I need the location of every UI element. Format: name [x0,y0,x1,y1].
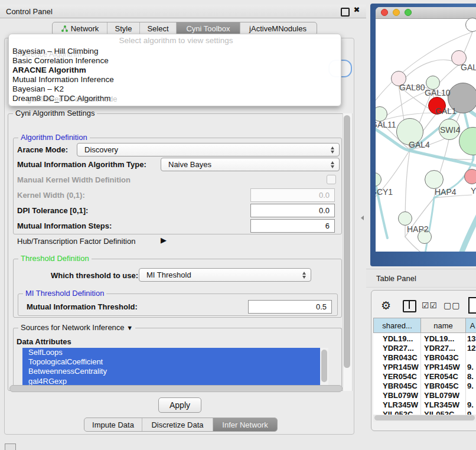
table-cell[interactable]: YBR045C [383,381,418,390]
table-cell[interactable]: YBL079W [383,391,418,400]
dropdown-item-selected[interactable]: ARACNE Algorithm [11,66,337,75]
table-cell[interactable]: YDL19... [383,334,413,343]
float-window-icon[interactable] [341,8,350,17]
tab-impute-data[interactable]: Impute Data [84,418,142,431]
list-item[interactable]: TopologicalCoefficient [22,357,328,367]
table-cell[interactable]: YBR043C [424,353,459,362]
tab-style[interactable]: Style [107,22,140,35]
column-header-name[interactable]: name [420,318,466,333]
table-cell[interactable]: YBR045C [424,381,459,390]
which-threshold-value: MI Threshold [146,270,191,279]
tab-infer-network[interactable]: Infer Network [213,418,277,431]
close-icon[interactable]: ✖ [352,5,361,15]
column-header-partial[interactable]: A [465,318,476,333]
chevron-down-icon[interactable]: ▼ [126,324,133,331]
list-item[interactable]: BetweennessCentrality [22,367,328,376]
dropdown-item[interactable]: Mutual Information Inference [11,75,337,84]
table-cell[interactable]: 9 [467,410,471,415]
aracne-mode-combo[interactable]: Discovery [77,143,340,156]
node-label: GAL1 [435,106,457,116]
table-cell[interactable]: YBR043C [383,353,418,362]
table-cell[interactable]: YDR27... [383,344,414,353]
table-cell[interactable]: 9. [467,381,474,390]
tab-network[interactable]: Network [53,22,107,35]
tab-jactivemnodules[interactable]: jActiveMNodules [240,22,315,35]
table-cell[interactable]: 9. [467,400,474,409]
dropdown-item[interactable]: Bayesian – K2 [11,84,337,94]
table-cell[interactable]: YER054C [424,372,458,381]
apply-button-label: Apply [169,400,190,410]
node-label: GAL11 [376,120,396,129]
table-cell[interactable]: 8. [467,372,474,381]
network-window: GAL GAL80 GAL10 GAL11 GAL1 GAL4 SWI4 GCY… [376,7,476,252]
kernel-width-field[interactable]: 0.0 [250,188,335,202]
mi-steps-field[interactable]: 6 [250,219,335,233]
hub-definition-label[interactable]: Hub/Transcription Factor Definition [17,237,135,246]
select-all-columns-icon[interactable]: ☑☑ [422,301,438,310]
table-cell[interactable]: YLR345W [383,400,418,409]
tab-select[interactable]: Select [140,22,177,35]
splitter-collapse-icon[interactable] [361,216,364,220]
mi-threshold-field[interactable]: 0.5 [248,300,332,314]
table-cell[interactable]: YIL052C [424,410,454,415]
tab-discretize-data[interactable]: Discretize Data [142,418,213,431]
minimized-panel-icon[interactable] [5,444,16,450]
screen: Control Panel ✖ Network Style Select Cyn… [0,0,476,450]
apply-button[interactable]: Apply [158,397,201,413]
node-label: HAP2 [407,224,429,234]
network-node-hap4[interactable] [425,170,444,189]
table-cell[interactable]: YBL079W [424,391,459,400]
stepper-icon [302,272,307,279]
export-table-icon[interactable] [468,297,476,314]
node-label: SWI4 [440,125,460,135]
mi-type-combo[interactable]: Naive Bayes [161,158,340,171]
list-item[interactable]: SelfLoops [22,348,328,357]
network-node-hap2[interactable] [398,211,412,226]
network-node-salmon[interactable] [464,169,476,184]
aracne-mode-label: Aracne Mode: [17,145,68,154]
network-node-unlabeled[interactable] [465,18,476,32]
table-cell[interactable]: YLR345W [424,400,459,409]
manual-kernel-label: Manual Kernel Width Definition [17,175,131,184]
tab-cyni-toolbox[interactable]: Cyni Toolbox [177,22,240,35]
close-traffic-light-icon[interactable] [381,9,388,16]
table-cell[interactable]: YDL19... [424,334,454,343]
grid-line [465,333,466,415]
table-cell[interactable]: YPR145W [383,363,419,371]
table-cell[interactable]: 13 [467,334,475,343]
dpi-tolerance-field[interactable]: 0.0 [250,204,335,217]
table-hscrollbar-thumb[interactable] [374,415,475,420]
kernel-width-label: Kernel Width (0,1): [17,191,85,200]
minimize-traffic-light-icon[interactable] [393,9,400,16]
network-icon [61,25,69,32]
table-cell[interactable]: YPR145W [424,363,460,371]
chevron-right-icon[interactable]: ▶ [161,236,167,244]
stepper-icon [331,146,335,154]
table-cell[interactable]: YDR27... [424,344,455,353]
stepper-icon [331,161,335,168]
table-cell[interactable]: YIL052C [383,410,413,415]
horizontal-scrollbar-thumb[interactable] [9,385,343,392]
deselect-all-columns-icon[interactable]: ▢▢ [444,301,460,310]
column-header-shared-name[interactable]: shared... [373,318,421,333]
list-scrollbar-thumb[interactable] [321,350,327,382]
gear-icon[interactable]: ⚙ [381,299,391,312]
split-columns-icon[interactable] [403,300,416,312]
network-window-titlebar[interactable] [376,7,476,19]
table-body: YDL19... YDL19... 13 YDR27... YDR27... 1… [373,333,476,415]
table-cell[interactable]: 12 [467,344,475,353]
bottom-tabbar: Impute Data Discretize Data Infer Networ… [84,418,278,432]
which-threshold-label: Which threshold to use: [51,271,138,280]
mi-type-label: Mutual Information Algorithm Type: [17,160,146,169]
table-panel-title: Table Panel [376,274,416,283]
ghost-inference-algorithm-label: Inference Algorithm [15,50,81,58]
list-item[interactable]: gal4RGexp [22,377,328,386]
zoom-traffic-light-icon[interactable] [405,9,412,16]
manual-kernel-checkbox[interactable] [327,175,336,184]
vertical-scrollbar-thumb[interactable] [344,115,350,368]
table-cell[interactable]: YER054C [383,372,417,381]
table-cell[interactable]: 9. [467,363,474,371]
which-threshold-combo[interactable]: MI Threshold [139,268,311,282]
dpi-tolerance-label: DPI Tolerance [0,1]: [17,206,88,215]
control-panel-titlebar: Control Panel [0,5,366,18]
